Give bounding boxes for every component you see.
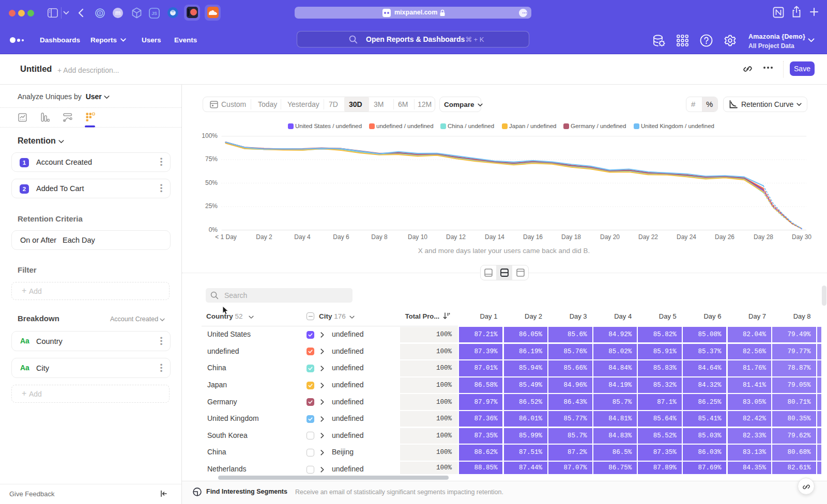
svg-text:JS: JS (151, 11, 157, 16)
